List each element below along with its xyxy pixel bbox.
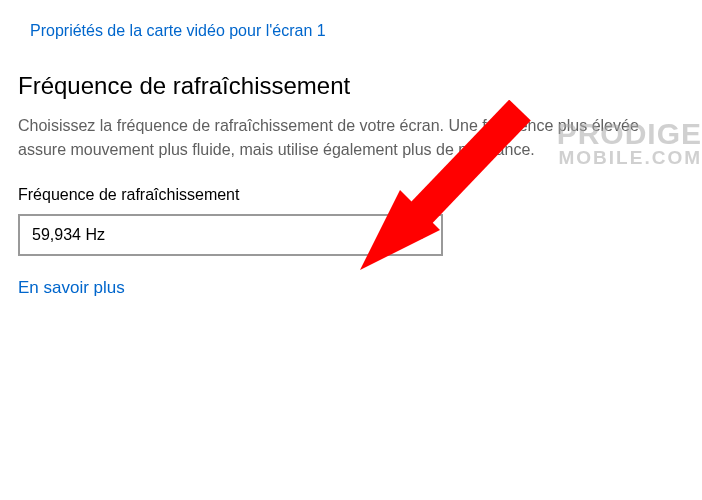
section-title: Fréquence de rafraîchissement [18,72,684,100]
section-description: Choisissez la fréquence de rafraîchissem… [18,114,678,162]
display-adapter-properties-link[interactable]: Propriétés de la carte vidéo pour l'écra… [30,22,326,40]
refresh-rate-label: Fréquence de rafraîchissement [18,186,684,204]
learn-more-link[interactable]: En savoir plus [18,278,125,298]
refresh-rate-selected-value: 59,934 Hz [32,226,105,244]
chevron-down-icon [415,228,429,242]
refresh-rate-dropdown[interactable]: 59,934 Hz [18,214,443,256]
